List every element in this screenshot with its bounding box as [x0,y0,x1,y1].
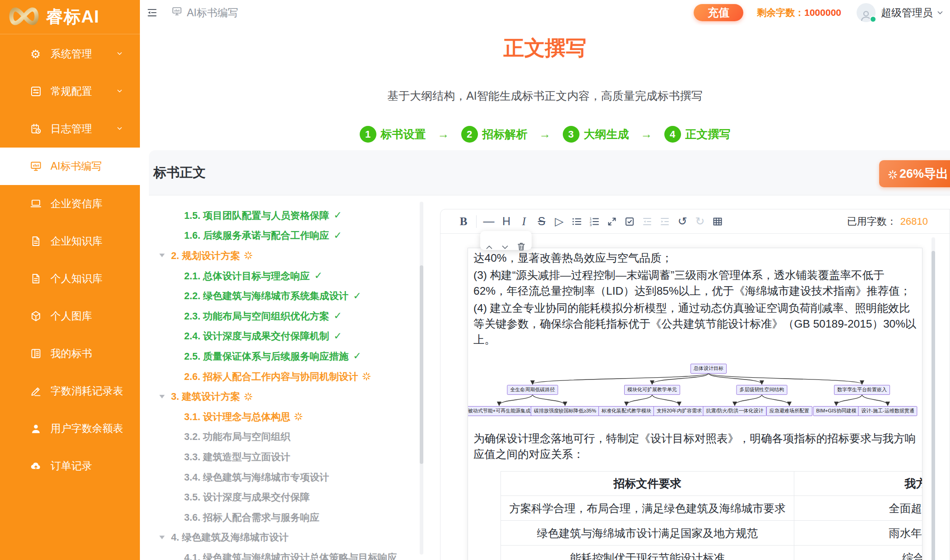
gear-icon: ⚙ [29,47,42,61]
outline-item-8[interactable]: 2.6. 招标人配合工作内容与协同机制设计 [140,366,440,387]
outline-item-0[interactable]: 1.5. 项目团队配置与人员资格保障✓ [140,205,440,226]
outline-item-label: 1.5. 项目团队配置与人员资格保障 [184,209,329,222]
outline-item-6[interactable]: 2.4. 设计深度与成果交付保障机制✓ [140,326,440,347]
chevron-down-icon[interactable] [933,6,945,19]
sidebar-item-3[interactable]: AI标书编写 [0,148,140,185]
sidebar-fold-icon[interactable] [145,6,159,19]
generating-spinner-icon [294,412,303,421]
export-button[interactable]: 26%导出 [879,160,950,187]
caret-down-icon[interactable] [159,254,165,257]
move-down-icon[interactable] [500,242,510,252]
sidebar-item-label: 企业资信库 [51,197,102,211]
caret-down-icon[interactable] [159,536,165,539]
step-number: 3 [563,126,579,143]
step-4[interactable]: 4正文撰写 [664,126,731,143]
table-icon[interactable] [712,214,723,229]
outline-item-3[interactable]: 2.1. 总体设计目标与理念响应✓ [140,266,440,286]
outline-item-16[interactable]: 4. 绿色建筑及海绵城市设计 [140,528,440,548]
table-header-cell: 招标文件要求 [501,472,794,496]
outline-item-14[interactable]: 3.5. 设计深度与成果交付保障 [140,487,440,507]
sidebar-item-5[interactable]: 企业知识库 [0,222,140,260]
outline-item-10[interactable]: 3.1. 设计理念与总体构思 [140,407,440,427]
sidebar-item-8[interactable]: 我的标书 [0,335,140,372]
editor-content-area[interactable]: 达40%，显著改善热岛效应与空气品质；(3) 构建“源头减排—过程控制—末端调蓄… [440,234,950,560]
username[interactable]: 超级管理员 [881,6,933,20]
expand-icon[interactable] [606,214,618,229]
check-icon: ✓ [334,330,342,342]
check-icon: ✓ [353,290,361,302]
step-number: 4 [664,126,681,143]
diagram-branch-node: 数字孪生平台前置嵌入 [834,385,890,395]
page-subtitle: 基于大纲结构，AI智能生成标书正文内容，高质量完成标书撰写 [140,88,950,103]
outline-item-label: 2.1. 总体设计目标与理念响应 [184,269,310,282]
sidebar-item-1[interactable]: 常规配置 [0,73,140,110]
arrow-right-icon: → [438,127,450,141]
outline-item-9[interactable]: 3. 建筑设计方案 [140,386,440,407]
design-goals-diagram: 总体设计目标全生命周期低碳路径被动式节能+可再生能源集成碳排放强度较国标降低≥3… [473,361,918,421]
avatar[interactable] [857,3,876,22]
step-label: 正文撰写 [686,127,731,142]
pencil-icon [29,384,42,398]
breadcrumb-label: AI标书编写 [187,6,238,20]
outline-scrollbar-thumb[interactable] [420,265,423,464]
notebook-icon [29,347,42,361]
diagram-leaf-node: 设计-施工-运维数据贯通 [858,406,917,416]
caret-down-icon[interactable] [159,395,165,398]
recharge-button[interactable]: 充值 [694,4,743,21]
table-cell: 雨水年径流总量控制 [794,521,923,546]
balance-text: 剩余字数：1000000 [757,6,841,19]
used-words-counter: 已用字数：26810 [847,209,928,234]
diagram-leaf-node: BIM+GIS协同建模 [813,406,860,416]
online-status-dot [870,16,876,23]
sidebar-item-0[interactable]: ⚙系统管理 [0,35,140,73]
diagram-root-node: 总体设计目标 [690,364,727,374]
outline-item-13[interactable]: 3.4. 绿色建筑与海绵城市专项设计 [140,467,440,487]
move-up-icon[interactable] [484,242,494,252]
sidebar-item-label: 我的标书 [51,347,92,361]
outline-item-2[interactable]: 2. 规划设计方案 [140,245,440,266]
document-icon [29,272,42,286]
outline-item-17[interactable]: 4.1. 绿色建筑与海绵城市设计总体策略与目标响应 [140,547,440,560]
sidebar-item-2[interactable]: 日志管理 [0,110,140,148]
sidebar-item-label: AI标书编写 [51,159,102,173]
undo-icon[interactable]: ↺ [677,214,688,229]
document-icon [29,235,42,248]
bold-icon[interactable]: B [458,214,469,229]
italic-icon[interactable]: I [518,214,530,229]
task-checkbox-icon[interactable] [624,214,635,229]
outline-item-12[interactable]: 3.3. 建筑造型与立面设计 [140,447,440,467]
outline-item-1[interactable]: 1.6. 后续服务承诺与配合工作响应✓ [140,226,440,246]
sidebar-item-7[interactable]: 个人图库 [0,297,140,335]
trash-icon[interactable] [516,241,526,251]
outline-item-5[interactable]: 2.3. 功能布局与空间组织优化方案✓ [140,306,440,326]
editor-scrollbar-thumb[interactable] [931,251,935,560]
export-label: 26%导出 [899,166,948,182]
ordered-list-icon[interactable]: 123 [589,214,600,229]
outline-item-4[interactable]: 2.2. 绿色建筑与海绵城市系统集成设计✓ [140,286,440,306]
horizontal-rule-icon[interactable]: — [483,214,495,229]
sidebar-item-label: 用户字数余额表 [51,421,123,435]
outline-item-11[interactable]: 3.2. 功能布局与空间组织 [140,427,440,447]
step-2[interactable]: 2招标解析 [461,126,528,143]
sidebar-item-6[interactable]: 个人知识库 [0,260,140,297]
step-1[interactable]: 1标书设置 [360,126,426,143]
outline-item-7[interactable]: 2.5. 质量保证体系与后续服务响应措施✓ [140,346,440,366]
cloud-icon [29,459,42,473]
outline-item-label: 2.2. 绿色建筑与海绵城市系统集成设计 [184,289,348,302]
outline-item-label: 3.3. 建筑造型与立面设计 [184,450,290,463]
chevron-down-icon [116,85,124,97]
outline-item-15[interactable]: 3.6. 招标人配合需求与服务响应 [140,507,440,528]
sidebar-item-9[interactable]: 字数消耗记录表 [0,372,140,410]
step-3[interactable]: 3大纲生成 [563,126,629,143]
heading-icon[interactable]: H [500,214,512,229]
sidebar-item-11[interactable]: 订单记录 [0,447,140,485]
document-page[interactable]: 达40%，显著改善热岛效应与空气品质；(3) 构建“源头减排—过程控制—末端调蓄… [468,248,922,560]
outline-panel: 1.5. 项目团队配置与人员资格保障✓1.6. 后续服务承诺与配合工作响应✓2.… [140,195,440,560]
indent-icon [659,214,671,229]
sidebar-item-10[interactable]: 用户字数余额表 [0,410,140,447]
user-icon [29,422,42,435]
bullet-list-icon[interactable] [571,214,583,229]
quote-arrow-icon[interactable]: ▷ [553,214,565,229]
strikethrough-icon[interactable]: S [536,214,547,229]
sidebar-item-4[interactable]: 企业资信库 [0,185,140,222]
